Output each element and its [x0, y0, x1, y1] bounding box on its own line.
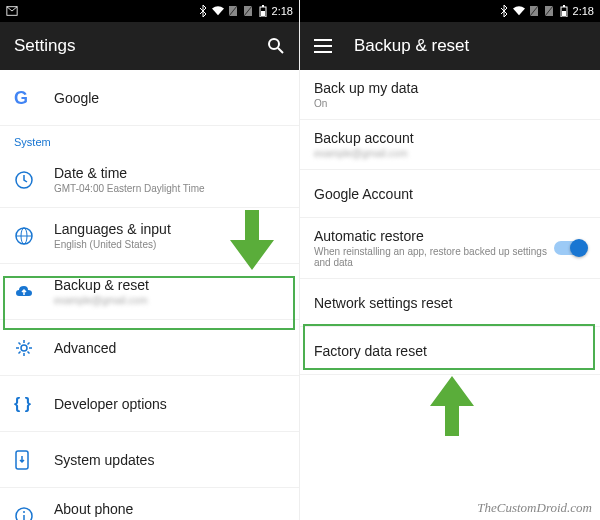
- sim2-icon: [242, 5, 254, 17]
- item-label: Automatic restore: [314, 228, 554, 244]
- automatic-restore-item[interactable]: Automatic restoreWhen reinstalling an ap…: [300, 218, 600, 279]
- status-time: 2:18: [272, 5, 293, 17]
- backup-my-data-item[interactable]: Back up my dataOn: [300, 70, 600, 120]
- status-bar: 2:18: [300, 0, 600, 22]
- item-label: Backup & reset: [54, 277, 285, 293]
- item-label: Network settings reset: [314, 295, 586, 311]
- watermark: TheCustomDroid.com: [477, 500, 592, 516]
- item-sub: example@gmail.com: [314, 148, 586, 159]
- advanced-item[interactable]: Advanced: [0, 320, 299, 376]
- item-label: Factory data reset: [314, 343, 586, 359]
- phone-update-icon: [14, 450, 54, 470]
- bluetooth-icon: [498, 5, 510, 17]
- network-reset-item[interactable]: Network settings reset: [300, 279, 600, 327]
- menu-icon[interactable]: [314, 39, 332, 53]
- backup-reset-item[interactable]: Backup & resetexample@gmail.com: [0, 264, 299, 320]
- item-label: Languages & input: [54, 221, 285, 237]
- item-label: Date & time: [54, 165, 285, 181]
- factory-reset-item[interactable]: Factory data reset: [300, 327, 600, 375]
- developer-options-item[interactable]: { } Developer options: [0, 376, 299, 432]
- search-icon[interactable]: [267, 37, 285, 55]
- page-title: Backup & reset: [354, 36, 586, 56]
- auto-restore-toggle[interactable]: [554, 241, 586, 255]
- svg-line-9: [278, 48, 283, 53]
- item-label: System updates: [54, 452, 285, 468]
- cloud-upload-icon: [14, 282, 54, 302]
- mail-icon: [6, 5, 18, 17]
- date-time-item[interactable]: Date & timeGMT-04:00 Eastern Daylight Ti…: [0, 152, 299, 208]
- wifi-icon: [513, 5, 525, 17]
- sim-icon: [528, 5, 540, 17]
- item-label: Google: [54, 90, 285, 106]
- bluetooth-icon: [197, 5, 209, 17]
- item-sub: GMT-04:00 Eastern Daylight Time: [54, 183, 285, 194]
- page-title: Settings: [14, 36, 245, 56]
- battery-icon: [257, 5, 269, 17]
- backup-reset-screen: 2:18 Backup & reset Back up my dataOn Ba…: [300, 0, 600, 520]
- section-system: System: [0, 126, 299, 152]
- about-phone-item[interactable]: About phoneAndroid 7.1.1: [0, 488, 299, 520]
- svg-rect-26: [562, 11, 566, 16]
- svg-point-15: [21, 345, 27, 351]
- globe-icon: [14, 226, 54, 246]
- item-label: Advanced: [54, 340, 285, 356]
- svg-rect-6: [262, 5, 264, 7]
- item-label: Backup account: [314, 130, 586, 146]
- info-icon: [14, 506, 54, 521]
- clock-icon: [14, 170, 54, 190]
- system-updates-item[interactable]: System updates: [0, 432, 299, 488]
- settings-screen: 2:18 Settings G Google System Date & tim…: [0, 0, 300, 520]
- sim2-icon: [543, 5, 555, 17]
- languages-item[interactable]: Languages & inputEnglish (United States): [0, 208, 299, 264]
- google-icon: G: [14, 88, 54, 108]
- backup-account-item[interactable]: Backup accountexample@gmail.com: [300, 120, 600, 170]
- svg-point-18: [23, 511, 25, 513]
- google-item[interactable]: G Google: [0, 70, 299, 126]
- braces-icon: { }: [14, 395, 54, 413]
- wifi-icon: [212, 5, 224, 17]
- gear-icon: [14, 338, 54, 358]
- item-sub: English (United States): [54, 239, 285, 250]
- sim-icon: [227, 5, 239, 17]
- svg-point-8: [269, 39, 279, 49]
- item-sub: example@gmail.com: [54, 295, 285, 306]
- item-label: Developer options: [54, 396, 285, 412]
- svg-text:G: G: [14, 88, 28, 108]
- item-label: About phone: [54, 501, 285, 517]
- item-label: Back up my data: [314, 80, 586, 96]
- status-time: 2:18: [573, 5, 594, 17]
- item-sub: On: [314, 98, 586, 109]
- toolbar: Settings: [0, 22, 299, 70]
- item-label: Google Account: [314, 186, 586, 202]
- google-account-item[interactable]: Google Account: [300, 170, 600, 218]
- status-bar: 2:18: [0, 0, 299, 22]
- svg-rect-7: [261, 11, 265, 16]
- battery-icon: [558, 5, 570, 17]
- svg-rect-25: [563, 5, 565, 7]
- item-sub: When reinstalling an app, restore backed…: [314, 246, 554, 268]
- toolbar: Backup & reset: [300, 22, 600, 70]
